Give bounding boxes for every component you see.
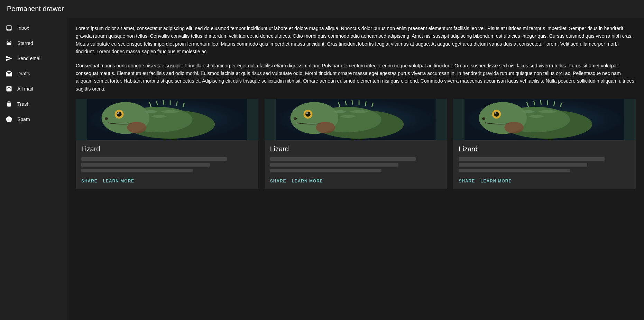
paragraph-2: Consequat mauris nunc congue nisi vitae … bbox=[76, 62, 636, 93]
paragraph-1: Lorem ipsum dolor sit amet, consectetur … bbox=[76, 25, 636, 56]
trash-icon bbox=[6, 101, 12, 107]
cards-container: Lizard SHARE LEARN MORE bbox=[76, 99, 636, 189]
sidebar-item-inbox-label: Inbox bbox=[17, 25, 29, 31]
sidebar-item-drafts-label: Drafts bbox=[17, 71, 30, 76]
svg-point-7 bbox=[105, 117, 108, 120]
card-3-line-3 bbox=[459, 169, 570, 172]
star-icon bbox=[6, 40, 12, 47]
sidebar-item-trash[interactable]: Trash bbox=[0, 96, 67, 112]
card-3-lines bbox=[459, 157, 630, 172]
sidebar-item-starred-label: Starred bbox=[17, 40, 33, 46]
sidebar-item-spam-label: Spam bbox=[17, 116, 30, 122]
card-2-learn-more-button[interactable]: LEARN MORE bbox=[292, 179, 323, 183]
header-title: Permanent drawer bbox=[7, 5, 64, 12]
card-3-share-button[interactable]: SHARE bbox=[459, 179, 475, 183]
all-mail-icon bbox=[6, 85, 12, 92]
card-3-body: Lizard SHARE LEARN MORE bbox=[453, 140, 636, 189]
svg-point-24 bbox=[495, 112, 497, 114]
sidebar: Inbox Starred Send email bbox=[0, 18, 67, 320]
svg-point-15 bbox=[306, 112, 308, 114]
sidebar-item-send-email-label: Send email bbox=[17, 56, 42, 61]
card-2-lines bbox=[270, 157, 442, 172]
card-1-body: Lizard SHARE LEARN MORE bbox=[76, 140, 258, 189]
card-1-image bbox=[76, 99, 258, 140]
card-2-body: Lizard SHARE LEARN MORE bbox=[265, 140, 447, 189]
svg-point-23 bbox=[494, 112, 499, 117]
svg-point-16 bbox=[294, 117, 297, 120]
card-1-actions: SHARE LEARN MORE bbox=[81, 177, 253, 183]
card-2-actions: SHARE LEARN MORE bbox=[270, 177, 442, 183]
svg-point-6 bbox=[117, 112, 119, 114]
card-1-line-2 bbox=[81, 163, 210, 167]
card-1-share-button[interactable]: SHARE bbox=[81, 179, 98, 183]
svg-point-5 bbox=[117, 112, 122, 117]
card-3: Lizard SHARE LEARN MORE bbox=[453, 99, 636, 189]
card-3-title: Lizard bbox=[459, 145, 630, 153]
svg-point-8 bbox=[127, 122, 146, 133]
svg-point-17 bbox=[316, 122, 335, 133]
sidebar-item-drafts[interactable]: Drafts bbox=[0, 66, 67, 81]
card-2-title: Lizard bbox=[270, 145, 442, 153]
card-2: Lizard SHARE LEARN MORE bbox=[265, 99, 447, 189]
send-icon bbox=[6, 55, 12, 62]
sidebar-item-spam[interactable]: Spam bbox=[0, 112, 67, 127]
main-content: Lorem ipsum dolor sit amet, consectetur … bbox=[67, 18, 644, 320]
card-3-learn-more-button[interactable]: LEARN MORE bbox=[480, 179, 512, 183]
sidebar-item-all-mail-label: All mail bbox=[17, 86, 33, 92]
sidebar-item-starred[interactable]: Starred bbox=[0, 36, 67, 51]
card-1-line-1 bbox=[81, 157, 227, 161]
svg-point-26 bbox=[505, 122, 524, 133]
inbox-icon bbox=[6, 25, 12, 31]
sidebar-item-all-mail[interactable]: All mail bbox=[0, 81, 67, 96]
card-1-lines bbox=[81, 157, 253, 172]
card-3-line-2 bbox=[459, 163, 587, 167]
sidebar-item-send-email[interactable]: Send email bbox=[0, 51, 67, 66]
svg-point-14 bbox=[305, 112, 311, 117]
card-3-line-1 bbox=[459, 157, 604, 161]
card-1-title: Lizard bbox=[81, 145, 253, 153]
svg-point-25 bbox=[482, 117, 485, 120]
app-header: Permanent drawer bbox=[0, 0, 644, 18]
card-2-image bbox=[265, 99, 447, 140]
main-layout: Inbox Starred Send email bbox=[0, 18, 644, 320]
card-2-line-1 bbox=[270, 157, 416, 161]
card-1-learn-more-button[interactable]: LEARN MORE bbox=[103, 179, 134, 183]
card-2-share-button[interactable]: SHARE bbox=[270, 179, 286, 183]
card-3-actions: SHARE LEARN MORE bbox=[459, 177, 630, 183]
sidebar-item-inbox[interactable]: Inbox bbox=[0, 20, 67, 36]
card-1-line-3 bbox=[81, 169, 193, 172]
card-1: Lizard SHARE LEARN MORE bbox=[76, 99, 258, 189]
card-2-line-2 bbox=[270, 163, 399, 167]
drafts-icon bbox=[6, 70, 12, 77]
spam-icon bbox=[6, 116, 12, 123]
sidebar-item-trash-label: Trash bbox=[17, 101, 29, 107]
card-3-image bbox=[453, 99, 636, 140]
card-2-line-3 bbox=[270, 169, 381, 172]
